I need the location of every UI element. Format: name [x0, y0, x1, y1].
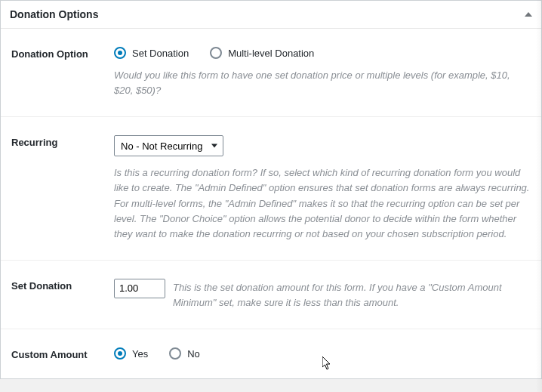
radio-label-set-donation: Set Donation [132, 48, 189, 59]
field-custom-amount: Custom Amount Yes No [1, 329, 541, 378]
help-text-donation-option: Would you like this form to have one set… [114, 68, 531, 98]
select-recurring[interactable]: No - Not Recurring [114, 135, 223, 156]
help-text-set-donation: This is the set donation amount for this… [173, 279, 531, 310]
radio-label-yes: Yes [132, 348, 148, 360]
radio-icon [114, 347, 126, 360]
input-set-donation-amount[interactable] [114, 279, 165, 298]
panel-title: Donation Options [10, 8, 98, 20]
field-donation-option: Donation Option Set Donation Multi-level… [1, 29, 541, 117]
radio-label-multilevel-donation: Multi-level Donation [228, 48, 314, 59]
donation-options-panel: Donation Options Donation Option Set Don… [0, 0, 542, 379]
help-text-recurring: Is this a recurring donation form? If so… [114, 165, 531, 242]
radio-custom-amount-no[interactable]: No [169, 347, 200, 360]
collapse-up-icon[interactable] [525, 12, 532, 17]
radio-group-custom-amount: Yes No [114, 347, 531, 360]
radio-group-donation-option: Set Donation Multi-level Donation [114, 47, 531, 59]
radio-icon [169, 347, 181, 360]
panel-header: Donation Options [1, 1, 541, 29]
field-label-donation-option: Donation Option [11, 47, 114, 98]
field-recurring: Recurring No - Not Recurring Is this a r… [1, 117, 541, 261]
field-label-custom-amount: Custom Amount [11, 347, 114, 360]
radio-set-donation[interactable]: Set Donation [114, 47, 189, 59]
field-label-recurring: Recurring [11, 135, 114, 242]
radio-icon [114, 47, 126, 59]
radio-custom-amount-yes[interactable]: Yes [114, 347, 148, 360]
field-set-donation: Set Donation This is the set donation am… [1, 261, 541, 329]
field-label-set-donation: Set Donation [11, 279, 114, 310]
radio-icon [210, 47, 222, 59]
panel-body: Donation Option Set Donation Multi-level… [1, 29, 541, 378]
radio-multilevel-donation[interactable]: Multi-level Donation [210, 47, 314, 59]
radio-label-no: No [187, 348, 200, 360]
